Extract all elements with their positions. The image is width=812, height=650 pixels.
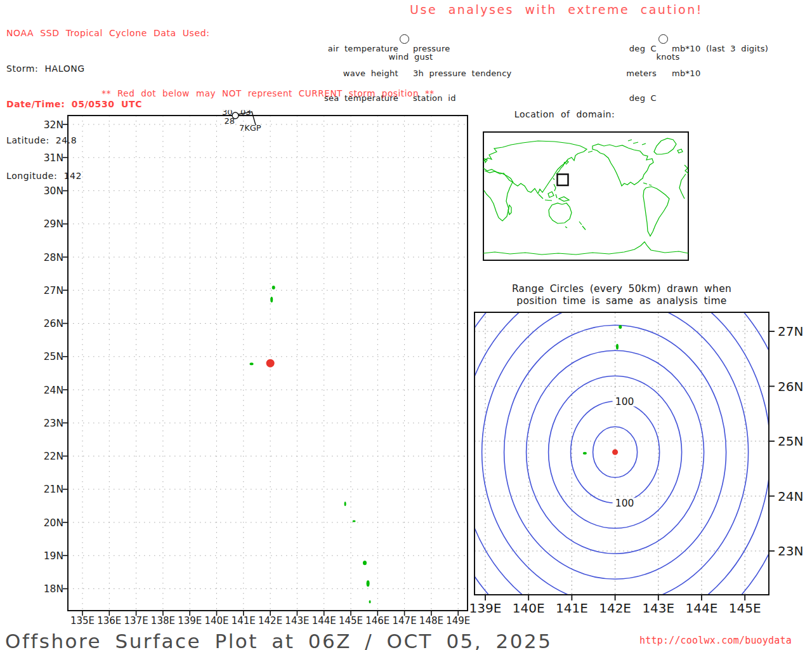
x-tick-label: 141E xyxy=(232,615,256,627)
y-tick-label: 22N xyxy=(44,451,63,462)
x-tick-label: 137E xyxy=(124,615,148,627)
x-tick-label: 143E xyxy=(285,615,309,627)
y-tick-label: 25N xyxy=(44,351,63,362)
main-plot: 3003135E136E137E138E139E140E141E142E143E… xyxy=(44,107,471,627)
domain-box-marker xyxy=(558,175,568,186)
x-tick-label: 141E xyxy=(556,600,588,616)
island-speck xyxy=(270,296,273,302)
range-circle-label: 100 xyxy=(615,396,634,408)
x-tick-label: 138E xyxy=(151,615,175,627)
inset-border xyxy=(483,132,688,260)
station-id-label: 7KGP xyxy=(239,123,261,133)
coastline-north-america xyxy=(588,144,653,186)
x-tick-label: 144E xyxy=(312,615,336,627)
y-tick-label: 21N xyxy=(44,484,63,495)
x-tick-label: 145E xyxy=(729,600,761,616)
island-speck xyxy=(616,344,619,350)
page-title: Offshore Surface Plot at 06Z / OCT 05, 2… xyxy=(5,630,552,650)
y-tick-label: 25N xyxy=(778,434,803,449)
island-speck xyxy=(369,600,371,603)
coastline-japan xyxy=(556,161,568,174)
coastline-south-america xyxy=(643,187,669,236)
coastline-se-asia xyxy=(539,178,569,201)
y-tick-label: 19N xyxy=(44,550,63,562)
x-tick-label: 139E xyxy=(469,600,502,616)
storm-center-dot xyxy=(612,449,618,455)
world-map-inset xyxy=(483,132,688,260)
y-tick-label: 29N xyxy=(44,218,63,230)
station-wave-height: 28 xyxy=(224,116,235,126)
island-speck xyxy=(249,362,253,365)
island-speck xyxy=(363,560,367,565)
coastline-new-zealand xyxy=(579,222,586,230)
x-tick-label: 144E xyxy=(686,600,718,616)
x-tick-label: 146E xyxy=(365,615,390,627)
island-speck xyxy=(583,452,587,454)
x-tick-label: 140E xyxy=(204,615,228,627)
x-tick-label: 143E xyxy=(642,600,674,616)
range-circle-label: 100 xyxy=(615,498,634,509)
y-tick-label: 24N xyxy=(44,385,63,396)
island-speck xyxy=(353,520,356,522)
coastline-caribbean xyxy=(643,183,652,185)
offshore-surface-plot-page: NOAA SSD Tropical Cyclone Data Used: Sto… xyxy=(0,0,812,650)
y-tick-label: 23N xyxy=(44,418,63,429)
island-speck xyxy=(272,286,275,289)
coastline-uk xyxy=(485,159,487,162)
y-tick-label: 32N xyxy=(44,119,63,131)
y-tick-label: 28N xyxy=(44,252,63,263)
y-tick-label: 20N xyxy=(44,517,63,529)
storm-position-dot xyxy=(266,359,275,368)
x-tick-label: 142E xyxy=(599,600,631,616)
y-tick-label: 31N xyxy=(44,152,63,164)
coastline-australia xyxy=(549,203,572,228)
x-tick-label: 147E xyxy=(393,615,417,627)
x-tick-label: 139E xyxy=(178,615,202,627)
coastline-antarctica xyxy=(483,242,688,255)
island-speck xyxy=(367,580,370,587)
x-tick-label: 140E xyxy=(513,600,545,616)
y-tick-label: 27N xyxy=(778,324,803,339)
y-tick-label: 23N xyxy=(778,543,803,559)
y-tick-label: 24N xyxy=(778,489,803,504)
island-speck xyxy=(344,501,346,506)
x-tick-label: 142E xyxy=(258,615,282,627)
x-tick-label: 145E xyxy=(339,615,363,627)
source-url-link[interactable]: http://coolwx.com/buoydata xyxy=(639,635,792,646)
y-tick-label: 26N xyxy=(778,379,803,394)
y-tick-label: 26N xyxy=(44,318,63,329)
x-tick-label: 148E xyxy=(419,615,443,627)
plot-canvas: 3003135E136E137E138E139E140E141E142E143E… xyxy=(0,0,812,650)
x-tick-label: 136E xyxy=(97,615,121,627)
coastline-eurasia xyxy=(483,141,587,194)
coastline-europe-edge xyxy=(679,165,688,199)
y-tick-label: 18N xyxy=(44,583,63,595)
y-tick-label: 27N xyxy=(44,285,63,296)
range-plot-border xyxy=(475,312,769,595)
coastline-greenland xyxy=(654,138,676,154)
coastline-arctic-islands xyxy=(628,140,646,145)
coastline-africa xyxy=(484,171,513,221)
range-circles-plot: 100100139E140E141E142E143E144E145E27N26N… xyxy=(438,249,804,650)
x-tick-label: 135E xyxy=(70,615,95,627)
y-tick-label: 30N xyxy=(44,185,63,197)
coastline-iceland xyxy=(678,149,683,153)
island-speck xyxy=(619,325,622,329)
x-tick-label: 149E xyxy=(446,615,470,627)
